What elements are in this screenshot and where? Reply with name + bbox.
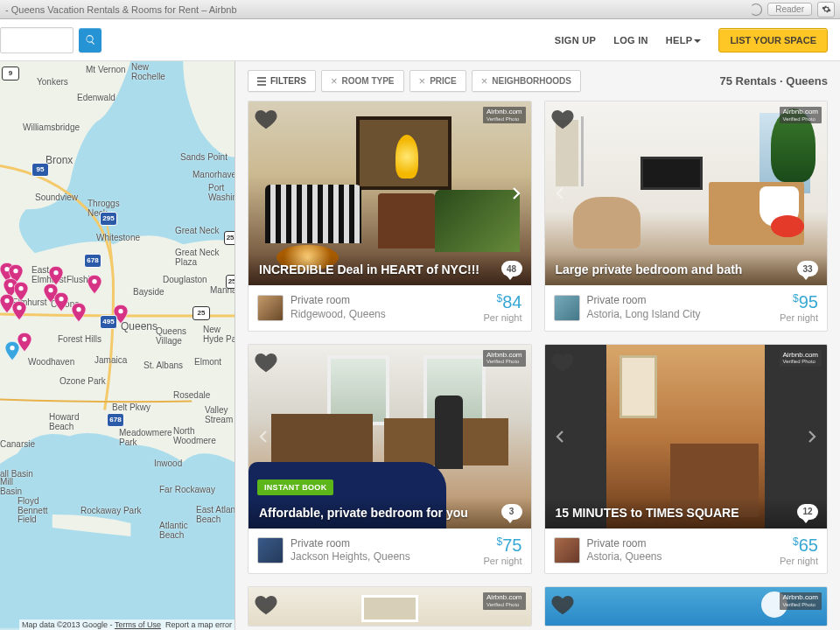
host-avatar[interactable]: [257, 537, 284, 564]
search-button[interactable]: [79, 28, 102, 52]
reviews-badge[interactable]: 33: [797, 261, 818, 276]
listing-photo[interactable]: Airbnb.comVerified Photo Large private b…: [545, 102, 828, 285]
reload-icon[interactable]: [750, 4, 762, 16]
map-pin[interactable]: [54, 292, 68, 312]
map-pin[interactable]: [49, 266, 63, 285]
price-unit: Per night: [483, 556, 522, 567]
svg-point-11: [76, 307, 80, 312]
map-place-label: New Rochelle: [131, 63, 165, 81]
map-pin[interactable]: [18, 332, 32, 352]
photo-watermark: Airbnb.comVerified Photo: [483, 592, 525, 609]
room-type: Private room: [290, 294, 476, 308]
wishlist-heart[interactable]: [550, 107, 575, 131]
listing-card[interactable]: Airbnb.comVerified Photo INSTANT BOOK Af…: [248, 344, 532, 575]
listing-meta: Private roomJackson Heights, Queens $75P…: [248, 528, 531, 574]
photo-prev-arrow[interactable]: [549, 176, 571, 211]
close-icon: ×: [419, 78, 426, 85]
price-unit: Per night: [780, 312, 818, 324]
photo-next-arrow[interactable]: [801, 419, 823, 454]
reader-button[interactable]: Reader: [767, 3, 812, 16]
close-icon: ×: [481, 78, 488, 85]
listing-photo[interactable]: Airbnb.comVerified Photo INSTANT BOOK Af…: [248, 345, 531, 528]
listing-card[interactable]: Airbnb.comVerified Photo Large private b…: [544, 101, 829, 332]
route-shield: 25A: [224, 231, 235, 245]
host-avatar[interactable]: [257, 295, 284, 321]
filters-button[interactable]: FILTERS: [248, 70, 316, 92]
results-panel: FILTERS ×ROOM TYPE ×PRICE ×NEIGHBORHOODS…: [235, 61, 840, 630]
listing-photo[interactable]: Airbnb.comVerified Photo: [545, 587, 828, 626]
listing-photo[interactable]: Airbnb.comVerified Photo INCREDIBLE Deal…: [248, 102, 531, 285]
listing-photo[interactable]: Airbnb.comVerified Photo 15 MINUTES to T…: [545, 345, 828, 528]
wishlist-heart[interactable]: [254, 107, 278, 131]
room-type: Private room: [587, 294, 773, 308]
listing-price: $84: [483, 292, 522, 312]
map-report-link[interactable]: Report a map error: [165, 620, 232, 629]
svg-point-14: [10, 346, 14, 350]
map-place-label: Valley Stream: [205, 406, 233, 424]
browser-settings-button[interactable]: [817, 2, 835, 18]
filter-room-type[interactable]: ×ROOM TYPE: [321, 70, 404, 92]
wishlist-heart[interactable]: [254, 350, 278, 374]
listing-location: Jackson Heights, Queens: [290, 550, 476, 564]
map-place-label: Bayside: [133, 287, 164, 297]
map-pin[interactable]: [72, 303, 86, 322]
map-place-label: East Atlantic Beach: [196, 506, 235, 524]
browser-chrome: - Queens Vacation Rentals & Rooms for Re…: [0, 0, 840, 19]
map-place-label: New Hyde Park: [203, 326, 235, 344]
search-input[interactable]: [0, 27, 74, 53]
listing-card[interactable]: Airbnb.comVerified Photo: [544, 586, 829, 626]
wishlist-heart[interactable]: [550, 592, 575, 617]
route-shield: 295: [100, 212, 117, 226]
host-avatar[interactable]: [554, 295, 580, 321]
photo-prev-arrow[interactable]: [549, 419, 571, 454]
listing-card[interactable]: Airbnb.comVerified Photo: [248, 586, 532, 626]
nav-help[interactable]: HELP: [666, 35, 702, 46]
wishlist-heart[interactable]: [550, 350, 575, 374]
map-place-label: Floyd Bennett Field: [18, 497, 47, 525]
map-place-label: Elmont: [194, 357, 221, 367]
map-pin[interactable]: [88, 275, 102, 294]
filters-icon: [257, 77, 266, 86]
room-type: Private room: [587, 537, 773, 551]
nav-login[interactable]: LOG IN: [613, 35, 648, 46]
filter-bar: FILTERS ×ROOM TYPE ×PRICE ×NEIGHBORHOODS…: [248, 70, 828, 92]
svg-point-12: [118, 309, 122, 313]
photo-prev-arrow[interactable]: [252, 419, 275, 454]
route-shield: 25: [192, 306, 210, 320]
host-avatar[interactable]: [554, 537, 580, 564]
route-shield: 678: [84, 254, 102, 268]
listing-card[interactable]: Airbnb.comVerified Photo 15 MINUTES to T…: [544, 344, 829, 575]
reviews-badge[interactable]: 48: [501, 261, 522, 276]
list-your-space-button[interactable]: LIST YOUR SPACE: [718, 28, 828, 52]
map-base: [0, 61, 234, 628]
filter-price[interactable]: ×PRICE: [410, 70, 466, 92]
listing-title: INCREDIBLE Deal in HEART of NYC!!!: [248, 254, 531, 285]
listings-grid: Airbnb.comVerified Photo INCREDIBLE Deal…: [248, 101, 828, 626]
reviews-badge[interactable]: 3: [501, 504, 522, 520]
map-place-label: Soundview: [35, 192, 78, 202]
svg-point-10: [92, 279, 96, 284]
route-shield: 9: [2, 66, 19, 80]
map-place-label: Meadowmere Park: [119, 429, 172, 447]
map-pin[interactable]: [5, 341, 19, 360]
price-unit: Per night: [780, 556, 818, 567]
reviews-badge[interactable]: 12: [797, 504, 818, 520]
wishlist-heart[interactable]: [254, 592, 278, 617]
map-pin[interactable]: [12, 301, 26, 320]
nav-signup[interactable]: SIGN UP: [555, 35, 596, 46]
map-place-label: Yonkers: [37, 77, 68, 87]
map-panel[interactable]: Mt VernonNew RochelleYonkersEdenwaldBron…: [0, 61, 235, 630]
listing-card[interactable]: Airbnb.comVerified Photo INCREDIBLE Deal…: [248, 101, 532, 332]
map-terms-link[interactable]: Terms of Use: [115, 620, 161, 629]
map-place-label: Canarsie: [0, 439, 35, 449]
map-place-label: Howard Beach: [49, 413, 79, 431]
map-pin[interactable]: [14, 282, 28, 301]
page-title: - Queens Vacation Rentals & Rooms for Re…: [5, 4, 750, 15]
map-place-label: Atlantic Beach: [159, 522, 188, 540]
filter-neighborhoods[interactable]: ×NEIGHBORHOODS: [472, 70, 581, 92]
photo-next-arrow[interactable]: [505, 176, 528, 211]
listing-photo[interactable]: Airbnb.comVerified Photo: [248, 587, 531, 626]
listing-location: Astoria, Long Island City: [587, 308, 773, 322]
listing-price: $75: [483, 536, 522, 556]
listing-meta: Private roomAstoria, Long Island City $9…: [545, 285, 828, 331]
